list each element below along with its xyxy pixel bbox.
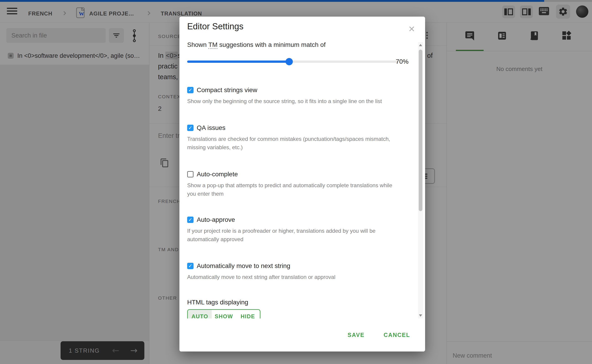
cancel-button[interactable]: CANCEL <box>379 329 415 341</box>
html-tags-segmented-control: AUTO SHOW HIDE <box>187 309 260 318</box>
option-description: If your project role is a proofreader or… <box>187 227 412 243</box>
editor-screen: FRENCH W AGILE PROJE… TRANSLATION <box>0 0 592 364</box>
option-description: Automatically move to next string after … <box>187 273 412 281</box>
tm-abbreviation: TM <box>208 41 217 49</box>
tm-match-value: 70% <box>396 58 408 65</box>
save-button[interactable]: SAVE <box>343 329 370 341</box>
dialog-scrollbar[interactable] <box>418 42 423 318</box>
checkbox-qa-issues[interactable]: ✓ <box>187 125 193 131</box>
option-description: Show a pop-up that attempts to predict a… <box>187 181 412 198</box>
option-description: Translations are checked for common mist… <box>187 135 412 151</box>
close-icon[interactable]: ✕ <box>406 23 417 34</box>
scroll-up-icon[interactable] <box>419 44 422 46</box>
html-tags-option-show[interactable]: SHOW <box>212 310 236 318</box>
scroll-down-icon[interactable] <box>419 314 422 317</box>
dialog-body: Editor Settings ✕ Shown TM suggestions w… <box>180 17 425 318</box>
html-tags-option-hide[interactable]: HIDE <box>236 310 260 318</box>
tm-match-slider-fill <box>187 60 289 63</box>
html-tags-label: HTML tags displaying <box>187 299 248 306</box>
checkbox-compact-strings-view[interactable]: ✓ <box>187 87 193 93</box>
option-description: Show only the beginning of the source st… <box>187 97 412 105</box>
html-tags-option-auto[interactable]: AUTO <box>188 310 212 318</box>
dialog-title: Editor Settings <box>187 22 243 31</box>
checkbox-auto-approve[interactable]: ✓ <box>187 217 193 223</box>
checkbox-auto-move-next[interactable]: ✓ <box>187 263 193 269</box>
scrollbar-thumb[interactable] <box>419 50 422 211</box>
tm-match-slider-thumb[interactable] <box>286 58 293 65</box>
dialog-footer: SAVE CANCEL <box>180 318 425 351</box>
checkbox-auto-complete[interactable] <box>187 171 193 177</box>
editor-settings-dialog: Editor Settings ✕ Shown TM suggestions w… <box>180 17 425 351</box>
tm-match-label: Shown TM suggestions with a minimum matc… <box>187 41 326 48</box>
